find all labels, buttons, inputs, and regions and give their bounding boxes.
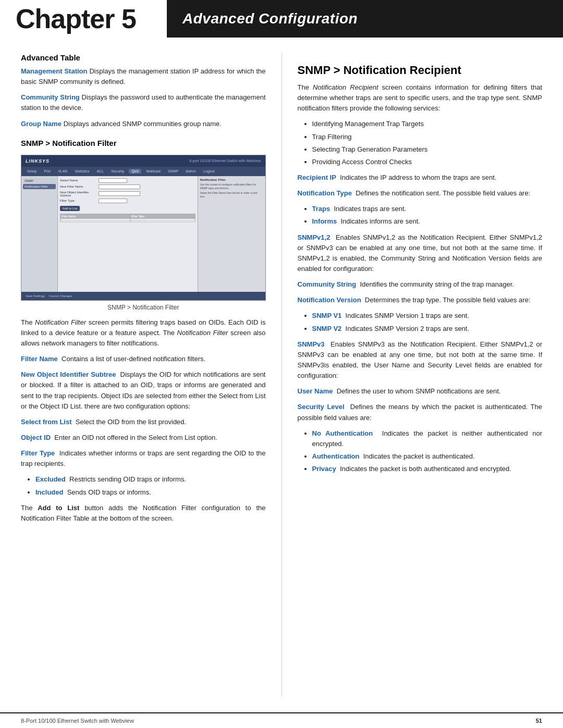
screenshot-container: LINKSYS 8-port 10/100 Ethernet Switch wi… bbox=[21, 155, 266, 301]
footer-save: Save Settings bbox=[26, 294, 45, 298]
notification-type-label: Notification Type bbox=[298, 189, 352, 197]
management-station-label: Management Station bbox=[21, 67, 88, 75]
snmp-recipient-heading: SNMP > Notification Recipient bbox=[298, 64, 543, 77]
user-name-label: User Name bbox=[298, 387, 333, 395]
privacy-label: Privacy bbox=[312, 465, 336, 473]
form-label-oid: New Object Identifier Subtree bbox=[60, 191, 96, 197]
nav-qos: QoS bbox=[129, 169, 141, 174]
sidebar-snmp: SNMP bbox=[23, 178, 56, 183]
filter-type-para: Filter Type Indicates whether informs or… bbox=[21, 448, 266, 469]
included-item: Included Sends OID traps or informs. bbox=[35, 487, 266, 498]
snmp-filter-heading: SNMP > Notification Filter bbox=[21, 139, 266, 147]
service-item-1: Identifying Management Trap Targets bbox=[312, 119, 543, 129]
form-input-oid bbox=[99, 191, 140, 196]
snmp-v1-label: SNMP V1 bbox=[312, 312, 342, 319]
nav-multicast: Multicast bbox=[143, 169, 163, 174]
col-filter-type: Filter Type bbox=[130, 214, 195, 218]
included-label: Included bbox=[35, 488, 63, 496]
authentication-label: Authentication bbox=[312, 452, 360, 460]
service-item-3: Selecting Trap Generation Parameters bbox=[312, 144, 543, 155]
advanced-table-heading: Advanced Table bbox=[21, 53, 266, 62]
traps-label: Traps bbox=[312, 205, 331, 213]
snmp-v1-item: SNMP V1 Indicates SNMP Version 1 traps a… bbox=[312, 311, 543, 321]
service-item-4: Providing Access Control Checks bbox=[312, 157, 543, 167]
group-name-label: Group Name bbox=[21, 120, 62, 128]
service-item-2: Trap Filtering bbox=[312, 132, 543, 142]
community-string-label: Community String bbox=[21, 93, 80, 101]
nav-setup: Setup bbox=[25, 169, 39, 174]
filter-table: Filter Name Filter Type bbox=[60, 214, 195, 222]
community-string2-para: Community String Identifies the communit… bbox=[298, 279, 543, 290]
add-to-list-bold: Add to List bbox=[38, 504, 79, 512]
notification-version-para: Notification Version Determines the trap… bbox=[298, 295, 543, 305]
security-level-label: Security Level bbox=[298, 403, 345, 411]
nav-admin: Admin bbox=[183, 169, 199, 174]
add-to-list-btn[interactable]: Add to List bbox=[60, 206, 80, 211]
snmpv12-label: SNMPv1,2 bbox=[298, 233, 331, 241]
footer-page: 51 bbox=[536, 718, 542, 724]
nav-snmp: SNMP bbox=[165, 169, 181, 174]
chapter-label: Chapter 5 bbox=[0, 0, 167, 38]
excluded-label: Excluded bbox=[35, 475, 66, 483]
filter-type-label: Filter Type bbox=[21, 449, 55, 457]
authentication-item: Authentication Indicates the packet is a… bbox=[312, 451, 543, 462]
sidebar-notif: Notification Filter bbox=[23, 184, 56, 189]
nav-acl: ACL bbox=[94, 169, 106, 174]
ls-right-panel: Notification Filter Use this screen to c… bbox=[198, 176, 265, 292]
left-column: Advanced Table Management Station Displa… bbox=[21, 53, 282, 697]
select-from-list-para: Select from List Select the OID from the… bbox=[21, 417, 266, 427]
notification-type-para: Notification Type Defines the notificati… bbox=[298, 188, 543, 199]
notification-version-label: Notification Version bbox=[298, 296, 361, 304]
management-station-para: Management Station Displays the manageme… bbox=[21, 66, 266, 87]
table-row bbox=[130, 220, 195, 221]
form-label-filter: Select Name bbox=[60, 179, 96, 182]
ls-footer: Save Settings Cancel Changes bbox=[21, 292, 265, 300]
snmp-version-list: SNMP V1 Indicates SNMP Version 1 traps a… bbox=[312, 311, 543, 334]
right-column: SNMP > Notification Recipient The Notifi… bbox=[282, 53, 543, 697]
services-list: Identifying Management Trap Targets Trap… bbox=[312, 119, 543, 167]
linksys-logo: LINKSYS bbox=[26, 158, 50, 164]
select-from-list-label: Select from List bbox=[21, 418, 72, 426]
no-auth-item: No Authentication Indicates the packet i… bbox=[312, 428, 543, 449]
panel-text2: Select the Filter Name from the list or … bbox=[200, 191, 263, 199]
snmpv3-para: SNMPv3 Enables SNMPv3 as the Notificatio… bbox=[298, 339, 543, 381]
recipient-ip-para: Recipient IP Indicates the IP address to… bbox=[298, 172, 543, 183]
nav-logout: Logout bbox=[201, 169, 217, 174]
panel-title: Notification Filter bbox=[200, 178, 263, 181]
object-id-label: Object ID bbox=[21, 434, 51, 441]
snmp-v2-label: SNMP V2 bbox=[312, 325, 342, 332]
ls-nav: Setup Port VLAN Statistics ACL Security … bbox=[21, 167, 265, 176]
new-oid-label: New Object Identifier Subtree bbox=[21, 371, 116, 378]
ls-sidebar: SNMP Notification Filter bbox=[21, 176, 58, 292]
snmp-v2-item: SNMP V2 Indicates SNMP Version 2 traps a… bbox=[312, 324, 543, 334]
informs-label: Informs bbox=[312, 217, 337, 225]
notification-type-list: Traps Indicates traps are sent. Informs … bbox=[312, 204, 543, 227]
community-string2-label: Community String bbox=[298, 280, 357, 288]
object-id-para: Object ID Enter an OID not offered in th… bbox=[21, 433, 266, 443]
notification-filter-italic2: Notification Filter bbox=[177, 329, 228, 337]
table-row bbox=[60, 220, 130, 221]
ls-center: Select Name New Filter Name New Object I… bbox=[58, 176, 198, 292]
notification-filter-italic: Notification Filter bbox=[35, 318, 86, 326]
nav-vlan: VLAN bbox=[55, 169, 70, 174]
nav-port: Port bbox=[41, 169, 53, 174]
page-footer: 8-Port 10/100 Ethernet Switch with Webvi… bbox=[0, 712, 563, 728]
traps-item: Traps Indicates traps are sent. bbox=[312, 204, 543, 214]
group-name-para: Group Name Displays advanced SNMP commun… bbox=[21, 119, 266, 129]
nav-stats: Statistics bbox=[72, 169, 92, 174]
footer-cancel: Cancel Changes bbox=[49, 294, 72, 298]
form-select-filter bbox=[99, 178, 127, 183]
filter-type-list: Excluded Restricts sending OID traps or … bbox=[35, 474, 266, 497]
filter-intro-para: The Notification Filter screen permits f… bbox=[21, 317, 266, 349]
snmpv12-para: SNMPv1,2 Enables SNMPv1,2 as the Notific… bbox=[298, 232, 543, 275]
form-input-filter bbox=[99, 184, 140, 189]
informs-item: Informs Indicates informs are sent. bbox=[312, 216, 543, 227]
page-header: Chapter 5 Advanced Configuration bbox=[0, 0, 563, 38]
add-to-list-para: The Add to List button adds the Notifica… bbox=[21, 503, 266, 524]
footer-left: 8-Port 10/100 Ethernet Switch with Webvi… bbox=[21, 718, 134, 724]
col-filter-name: Filter Name bbox=[60, 214, 130, 218]
security-level-list: No Authentication Indicates the packet i… bbox=[312, 428, 543, 475]
topbar-right: 8-port 10/100 Ethernet Switch with Webvi… bbox=[189, 159, 261, 163]
filter-name-para: Filter Name Contains a list of user-defi… bbox=[21, 354, 266, 364]
nav-security: Security bbox=[108, 169, 127, 174]
